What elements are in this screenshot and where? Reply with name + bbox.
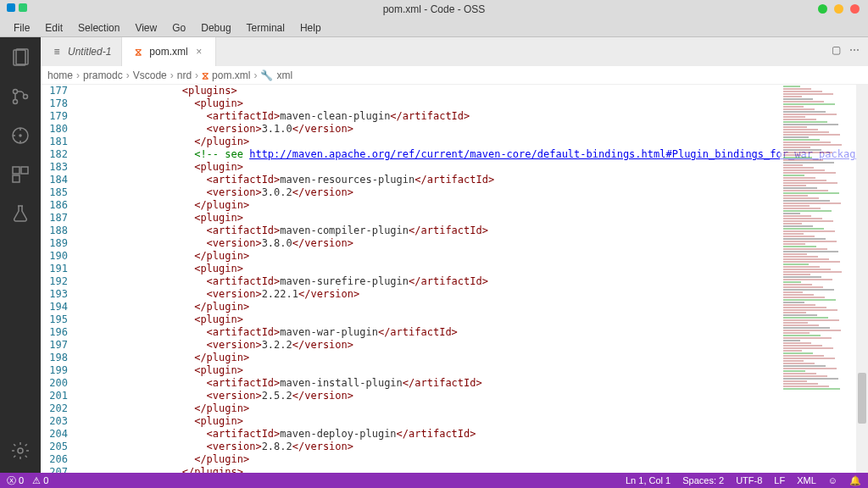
title-app-icons <box>7 3 27 12</box>
code-line[interactable]: <version>3.1.0</version> <box>108 123 868 136</box>
close-button[interactable] <box>850 4 860 14</box>
vertical-scrollbar[interactable] <box>856 85 868 473</box>
code-line[interactable]: <artifactId>maven-surefire-plugin</artif… <box>108 275 868 288</box>
line-numbers-gutter: 1771781791801811821831841851861871881891… <box>41 85 80 473</box>
code-line[interactable]: </plugin> <box>108 402 868 415</box>
status-warnings[interactable]: ⚠ 0 <box>32 475 48 486</box>
titlebar: pom.xml - Code - OSS <box>0 0 868 19</box>
menu-edit[interactable]: Edit <box>38 20 70 36</box>
code-line[interactable]: <artifactId>maven-deploy-plugin</artifac… <box>108 428 868 441</box>
line-number: 196 <box>41 326 68 339</box>
testing-icon[interactable] <box>8 202 32 225</box>
more-actions-icon[interactable]: ⋯ <box>849 44 860 56</box>
code-line[interactable]: <!-- see http://maven.apache.org/ref/cur… <box>108 148 868 161</box>
line-number: 189 <box>41 237 68 250</box>
minimize-button[interactable] <box>818 4 827 14</box>
code-line[interactable]: </plugin> <box>108 352 868 364</box>
status-encoding[interactable]: UTF-8 <box>736 475 762 485</box>
menu-go[interactable]: Go <box>165 20 192 36</box>
code-line[interactable]: </plugin> <box>108 301 868 313</box>
source-control-icon[interactable] <box>8 85 32 108</box>
debug-icon[interactable] <box>8 124 32 147</box>
app-icon-dot <box>19 3 27 12</box>
line-number: 180 <box>41 123 68 136</box>
status-eol[interactable]: LF <box>774 475 785 485</box>
code-line[interactable]: <plugin> <box>108 161 868 174</box>
scrollbar-thumb[interactable] <box>858 373 866 424</box>
close-icon[interactable]: × <box>193 46 205 58</box>
breadcrumb-item[interactable]: nrd <box>177 69 192 81</box>
tabs-actions: ▢ ⋯ <box>832 44 860 56</box>
status-line-col[interactable]: Ln 1, Col 1 <box>626 475 670 485</box>
code-line[interactable]: <plugin> <box>108 313 868 326</box>
code-line[interactable]: <artifactId>maven-compiler-plugin</artif… <box>108 225 868 237</box>
status-language[interactable]: XML <box>797 475 816 485</box>
line-number: 184 <box>41 174 68 186</box>
menu-terminal[interactable]: Terminal <box>240 20 292 36</box>
code-line[interactable]: </plugin> <box>108 136 868 148</box>
code-line[interactable]: <artifactId>maven-war-plugin</artifactId… <box>108 326 868 339</box>
menu-help[interactable]: Help <box>293 20 328 36</box>
code-content[interactable]: <plugins> <plugin> <artifactId>maven-cle… <box>108 85 868 473</box>
breadcrumb-item[interactable]: ⧖ pom.xml <box>202 69 250 81</box>
code-line[interactable]: <artifactId>maven-install-plugin</artifa… <box>108 377 868 390</box>
line-number: 190 <box>41 250 68 263</box>
extensions-icon[interactable] <box>8 163 32 186</box>
chevron-right-icon: › <box>253 69 257 81</box>
line-number: 195 <box>41 313 68 326</box>
editor-tabs: ≡Untitled-1⧖pom.xml× ▢ ⋯ <box>41 37 868 66</box>
line-number: 178 <box>41 97 68 110</box>
code-line[interactable]: <plugin> <box>108 212 868 225</box>
menu-file[interactable]: File <box>7 20 36 36</box>
code-line[interactable]: <artifactId>maven-resources-plugin</arti… <box>108 174 868 186</box>
svg-rect-8 <box>21 167 28 174</box>
line-number: 203 <box>41 415 68 428</box>
breadcrumb-item[interactable]: 🔧 xml <box>260 69 292 81</box>
code-line[interactable]: </plugins> <box>108 466 868 473</box>
code-line[interactable]: <plugin> <box>108 415 868 428</box>
code-line[interactable]: <version>2.5.2</version> <box>108 390 868 402</box>
tab-pom-xml[interactable]: ⧖pom.xml× <box>122 37 215 66</box>
editor-area[interactable]: 1771781791801811821831841851861871881891… <box>41 85 868 473</box>
svg-rect-1 <box>16 49 28 64</box>
code-line[interactable]: <artifactId>maven-clean-plugin</artifact… <box>108 110 868 123</box>
line-number: 191 <box>41 263 68 275</box>
menu-selection[interactable]: Selection <box>71 20 126 36</box>
split-editor-icon[interactable]: ▢ <box>832 44 841 56</box>
window-title: pom.xml - Code - OSS <box>383 3 486 15</box>
window-controls <box>818 4 860 14</box>
code-line[interactable]: <plugin> <box>108 97 868 110</box>
settings-icon[interactable] <box>8 439 32 463</box>
tab-label: pom.xml <box>149 46 187 58</box>
breadcrumb-item[interactable]: home <box>47 69 73 81</box>
code-line[interactable]: <plugins> <box>108 85 868 97</box>
code-line[interactable]: </plugin> <box>108 453 868 466</box>
menubar: FileEditSelectionViewGoDebugTerminalHelp <box>0 19 868 37</box>
file-icon: ≡ <box>51 46 63 58</box>
code-line[interactable]: </plugin> <box>108 250 868 263</box>
code-line[interactable]: <version>3.8.0</version> <box>108 237 868 250</box>
code-line[interactable]: <plugin> <box>108 263 868 275</box>
status-indent[interactable]: Spaces: 2 <box>682 475 724 485</box>
code-line[interactable]: </plugin> <box>108 199 868 212</box>
code-line[interactable]: <version>3.2.2</version> <box>108 339 868 352</box>
code-line[interactable]: <version>2.22.1</version> <box>108 288 868 301</box>
tab-untitled-1[interactable]: ≡Untitled-1 <box>41 37 122 66</box>
status-feedback-icon[interactable]: ☺ <box>828 475 837 485</box>
menu-view[interactable]: View <box>128 20 164 36</box>
error-count: 0 <box>19 475 24 485</box>
line-number: 202 <box>41 402 68 415</box>
explorer-icon[interactable] <box>8 46 32 69</box>
code-line[interactable]: <version>3.0.2</version> <box>108 186 868 199</box>
status-bell-icon[interactable]: 🔔 <box>849 475 861 486</box>
breadcrumb[interactable]: home›pramodc›Vscode›nrd›⧖ pom.xml›🔧 xml <box>41 66 868 85</box>
svg-point-3 <box>14 100 18 104</box>
menu-debug[interactable]: Debug <box>194 20 237 36</box>
breadcrumb-item[interactable]: Vscode <box>133 69 167 81</box>
minimap[interactable] <box>780 85 856 473</box>
status-errors[interactable]: ⓧ 0 <box>7 474 24 487</box>
breadcrumb-item[interactable]: pramodc <box>83 69 123 81</box>
code-line[interactable]: <version>2.8.2</version> <box>108 441 868 453</box>
code-line[interactable]: <plugin> <box>108 364 868 377</box>
maximize-button[interactable] <box>834 4 843 14</box>
